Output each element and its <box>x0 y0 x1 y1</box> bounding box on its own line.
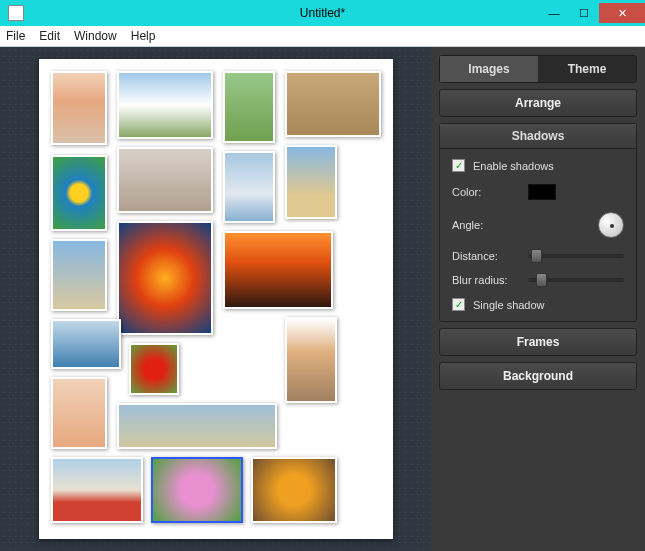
photo-child-beach[interactable] <box>285 145 337 219</box>
titlebar[interactable]: Untitled* — ☐ ✕ <box>0 0 645 26</box>
menu-window[interactable]: Window <box>74 29 117 43</box>
photo-boardwalk[interactable] <box>285 71 381 137</box>
shadow-angle-label: Angle: <box>452 219 520 231</box>
photo-macaw[interactable] <box>117 221 213 335</box>
photo-child-bicycle[interactable] <box>223 71 275 143</box>
photo-boy-on-boat[interactable] <box>285 317 337 403</box>
photo-baby-portrait[interactable] <box>51 71 107 145</box>
photo-red-butterfly[interactable] <box>129 343 179 395</box>
shadow-angle-row: Angle: <box>452 212 624 238</box>
side-panel: Images Theme Arrange Shadows ✓ Enable sh… <box>431 47 645 551</box>
menubar: File Edit Window Help <box>0 26 645 47</box>
tab-theme[interactable]: Theme <box>538 56 636 82</box>
menu-file[interactable]: File <box>6 29 25 43</box>
shadow-blur-row: Blur radius: <box>452 274 624 286</box>
single-shadow-checkbox[interactable]: ✓ <box>452 298 465 311</box>
enable-shadows-checkbox[interactable]: ✓ <box>452 159 465 172</box>
photo-colorful-parrot[interactable] <box>51 155 107 231</box>
arrange-panel-button[interactable]: Arrange <box>439 89 637 117</box>
tab-images[interactable]: Images <box>440 56 538 82</box>
collage-page[interactable] <box>39 59 393 539</box>
maximize-button[interactable]: ☐ <box>569 3 599 23</box>
shadow-color-row: Color: <box>452 184 624 200</box>
minimize-button[interactable]: — <box>539 3 569 23</box>
shadow-blur-label: Blur radius: <box>452 274 520 286</box>
shadow-blur-slider[interactable] <box>528 278 624 282</box>
single-shadow-row: ✓ Single shadow <box>452 298 624 311</box>
shadow-angle-dial[interactable] <box>598 212 624 238</box>
shadow-color-swatch[interactable] <box>528 184 556 200</box>
shadows-panel: Shadows ✓ Enable shadows Color: Angle: <box>439 123 637 322</box>
photo-orange-butterfly[interactable] <box>251 457 337 523</box>
window-title: Untitled* <box>300 6 345 20</box>
single-shadow-label: Single shadow <box>473 299 545 311</box>
photo-storefront[interactable] <box>117 147 213 213</box>
photo-lighthouse-fence[interactable] <box>117 71 213 139</box>
menu-edit[interactable]: Edit <box>39 29 60 43</box>
shadows-panel-body: ✓ Enable shadows Color: Angle: Distance: <box>440 149 636 321</box>
frames-panel-button[interactable]: Frames <box>439 328 637 356</box>
panel-tabs: Images Theme <box>439 55 637 83</box>
shadow-distance-row: Distance: <box>452 250 624 262</box>
photo-beach-walk[interactable] <box>51 239 107 311</box>
shadow-distance-slider[interactable] <box>528 254 624 258</box>
background-panel-button[interactable]: Background <box>439 362 637 390</box>
close-button[interactable]: ✕ <box>599 3 645 23</box>
shadow-distance-label: Distance: <box>452 250 520 262</box>
app-window: Untitled* — ☐ ✕ File Edit Window Help Im… <box>0 0 645 551</box>
workspace: Images Theme Arrange Shadows ✓ Enable sh… <box>0 47 645 551</box>
photo-beach-panorama[interactable] <box>117 403 277 449</box>
photo-red-lighthouse[interactable] <box>51 457 143 523</box>
menu-help[interactable]: Help <box>131 29 156 43</box>
photo-sunset-sailboat[interactable] <box>223 231 333 309</box>
shadows-panel-header[interactable]: Shadows <box>440 124 636 149</box>
enable-shadows-row: ✓ Enable shadows <box>452 159 624 172</box>
enable-shadows-label: Enable shadows <box>473 160 554 172</box>
photo-baby-crawl[interactable] <box>51 377 107 449</box>
photo-speedboat[interactable] <box>51 319 121 369</box>
window-controls: — ☐ ✕ <box>539 3 645 23</box>
shadow-color-label: Color: <box>452 186 520 198</box>
photo-white-lighthouse[interactable] <box>223 151 275 223</box>
photo-orchids[interactable] <box>151 457 243 523</box>
app-icon <box>8 5 24 21</box>
canvas-area[interactable] <box>0 47 431 551</box>
